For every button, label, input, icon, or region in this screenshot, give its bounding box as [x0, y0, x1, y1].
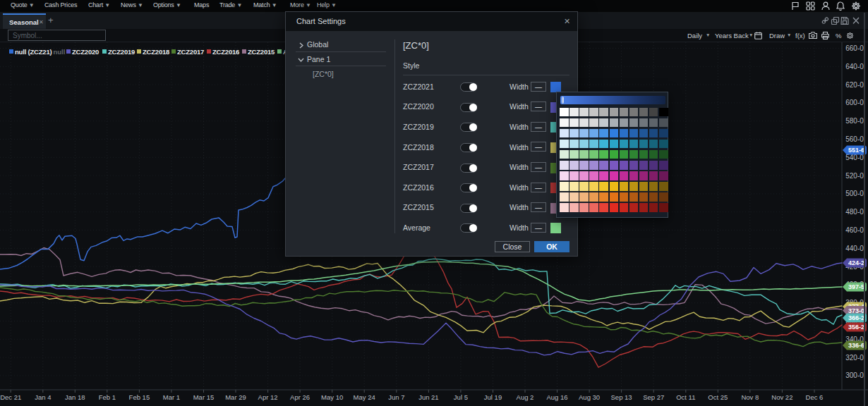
svg-text:440-0: 440-0	[845, 245, 864, 252]
svg-text:520-0: 520-0	[845, 172, 864, 180]
svg-text:620-0: 620-0	[845, 81, 864, 89]
svg-text:580-0: 580-0	[845, 117, 864, 125]
svg-text:300-0: 300-0	[845, 371, 864, 379]
svg-text:356-2: 356-2	[848, 324, 864, 331]
svg-text:480-0: 480-0	[845, 208, 864, 216]
svg-text:336-6: 336-6	[848, 342, 864, 349]
svg-text:600-0: 600-0	[845, 99, 864, 106]
svg-text:460-0: 460-0	[845, 226, 864, 234]
svg-text:373-0: 373-0	[848, 307, 864, 314]
svg-text:640-0: 640-0	[845, 63, 864, 70]
svg-text:397-5: 397-5	[848, 283, 864, 290]
svg-text:500-0: 500-0	[845, 190, 864, 197]
svg-text:366-2: 366-2	[848, 314, 864, 321]
svg-text:560-0: 560-0	[845, 135, 864, 143]
svg-text:551-6: 551-6	[848, 147, 864, 154]
svg-text:320-0: 320-0	[845, 354, 864, 362]
svg-text:424-2: 424-2	[848, 259, 864, 266]
svg-text:660-0: 660-0	[845, 44, 864, 52]
